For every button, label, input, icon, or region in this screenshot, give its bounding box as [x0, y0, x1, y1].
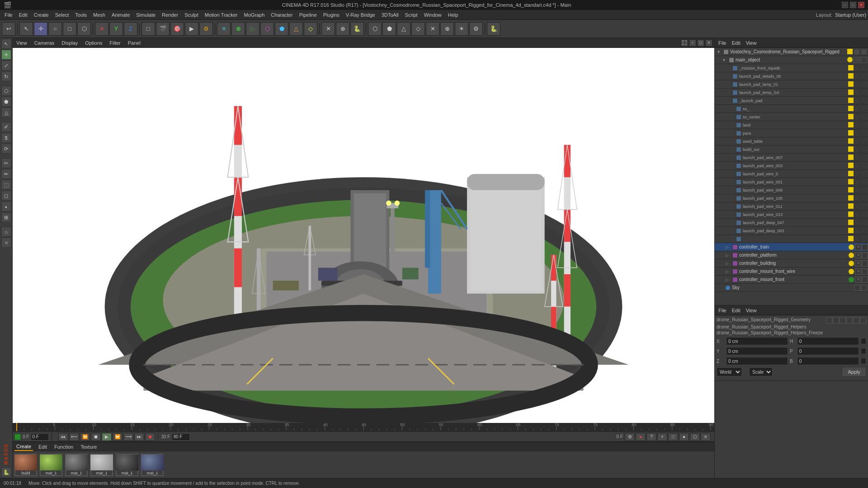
- render-settings-button[interactable]: □: [142, 22, 155, 36]
- menu-animate[interactable]: Animate: [109, 11, 132, 19]
- attr-tab-view[interactable]: View: [744, 307, 759, 314]
- attr-z-input[interactable]: [726, 357, 788, 365]
- menu-plugins[interactable]: Plugins: [321, 11, 342, 19]
- tool9-button[interactable]: 🐍: [487, 22, 500, 36]
- render-button[interactable]: ▶: [185, 22, 198, 36]
- obj-row-ctrl-train[interactable]: ▷ controller_train ⠿: [715, 243, 868, 251]
- camera-button[interactable]: △: [289, 22, 303, 36]
- tool8-button[interactable]: ⚙: [469, 22, 483, 36]
- menu-simulate[interactable]: Simulate: [133, 11, 158, 19]
- left-tool-t11[interactable]: ⬧: [1, 202, 11, 211]
- left-tool-t3[interactable]: △: [1, 108, 11, 117]
- menu-window[interactable]: Window: [421, 11, 444, 19]
- attr-y-input[interactable]: [726, 347, 788, 355]
- generator-button[interactable]: ▷: [246, 22, 259, 36]
- render-all-button[interactable]: ⚙: [199, 22, 213, 36]
- object-manager[interactable]: ▼ Vostochny_Cosmodrome_Russian_Spaceport…: [715, 48, 868, 305]
- viewport-canvas[interactable]: [13, 48, 714, 423]
- material-swatch-mat3[interactable]: mat_1: [90, 454, 113, 476]
- menu-motion-tracker[interactable]: Motion Tracker: [202, 11, 241, 19]
- end-frame-input[interactable]: [172, 433, 190, 441]
- attr-b-input[interactable]: [797, 357, 859, 365]
- go-start-button[interactable]: ⏮: [58, 433, 68, 441]
- apply-button[interactable]: Apply: [842, 367, 866, 377]
- go-end-button[interactable]: ⏭: [134, 433, 144, 441]
- obj-list-item[interactable]: launch_pad_details_05: [715, 72, 868, 80]
- menu-help[interactable]: Help: [445, 11, 461, 19]
- obj-list-item[interactable]: launch_pad_temp_l16: [715, 89, 868, 97]
- motion-btn1[interactable]: ⚙: [625, 433, 635, 441]
- left-tool-t8[interactable]: ✏: [1, 169, 11, 179]
- viewport-display-menu[interactable]: Display: [60, 40, 80, 46]
- obj-list-item[interactable]: ss_center: [715, 113, 868, 121]
- y-button[interactable]: Y: [109, 22, 123, 36]
- mat-tab-function[interactable]: Function: [52, 443, 75, 450]
- obj-list-item[interactable]: land: [715, 121, 868, 129]
- mat-tab-texture[interactable]: Texture: [79, 443, 99, 450]
- viewport-panel-menu[interactable]: Panel: [126, 40, 142, 46]
- mograph-tool-button[interactable]: ⬡: [260, 22, 274, 36]
- viewport-maximize-btn[interactable]: □: [697, 39, 704, 47]
- left-tool-t6[interactable]: ⟳: [1, 144, 11, 154]
- viewport-close-btn[interactable]: ×: [705, 39, 712, 47]
- attr-z-checkbox[interactable]: [861, 358, 866, 364]
- obj-list-item[interactable]: launch_pad_deep_003: [715, 227, 868, 235]
- material-swatch-build[interactable]: build: [14, 454, 37, 476]
- obj-list-item[interactable]: launch_pad_wire_007: [715, 154, 868, 162]
- left-tool-t2[interactable]: ⬟: [1, 97, 11, 107]
- menu-vray-bridge[interactable]: V-Ray Bridge: [343, 11, 378, 19]
- render-region-button[interactable]: 🎬: [156, 22, 170, 36]
- start-frame-input[interactable]: [31, 433, 49, 441]
- tool3-button[interactable]: △: [397, 22, 410, 36]
- tool5-button[interactable]: ✕: [426, 22, 439, 36]
- obj-list-item[interactable]: launch_pad_lamp_01: [715, 80, 868, 89]
- edges-mode-button[interactable]: □: [63, 22, 76, 36]
- poly-mode-button[interactable]: ⬡: [77, 22, 91, 36]
- obj-list-item[interactable]: _launch_pad: [715, 97, 868, 105]
- material-swatch-mat5[interactable]: mat_1: [141, 454, 164, 476]
- cross-button[interactable]: ✕: [95, 22, 108, 36]
- viewport-options-menu[interactable]: Options: [83, 40, 104, 46]
- next-key-button[interactable]: ⟶: [123, 433, 133, 441]
- left-tool-rotate[interactable]: ↻: [1, 71, 11, 81]
- motion-btn2[interactable]: ●: [636, 433, 646, 441]
- left-tool-t9[interactable]: ⬚: [1, 180, 11, 190]
- step-back-button[interactable]: ⏪: [80, 433, 90, 441]
- menu-mesh[interactable]: Mesh: [90, 11, 108, 19]
- obj-list-item[interactable]: launch_pad_deep_047: [715, 219, 868, 227]
- left-tool-t13[interactable]: ⌂: [1, 227, 11, 237]
- menu-script[interactable]: Script: [402, 11, 420, 19]
- viewport-expand-btn[interactable]: ⛶: [681, 39, 688, 47]
- obj-row-ctrl-platform[interactable]: ▷ controller_platform ⠿: [715, 251, 868, 259]
- viewport-filter-menu[interactable]: Filter: [108, 40, 122, 46]
- material-swatch-mat4[interactable]: mat_1: [116, 454, 138, 476]
- material-swatch-mat2[interactable]: mat_1: [65, 454, 88, 476]
- menu-3dtoall[interactable]: 3DToAll: [379, 11, 401, 19]
- obj-list-item[interactable]: launch_pad_wire_011: [715, 202, 868, 211]
- viewport-up-btn[interactable]: ↑: [689, 39, 696, 47]
- light-button[interactable]: ◇: [304, 22, 317, 36]
- left-tool-select[interactable]: ↖: [1, 39, 11, 49]
- attr-x-checkbox[interactable]: [861, 338, 866, 344]
- obj-list-item[interactable]: seed_table: [715, 137, 868, 145]
- attr-tab-edit[interactable]: Edit: [730, 307, 742, 314]
- tool6-button[interactable]: ⊕: [440, 22, 454, 36]
- obj-list-item[interactable]: para: [715, 129, 868, 137]
- menu-pipeline[interactable]: Pipeline: [297, 11, 320, 19]
- maximize-button[interactable]: □: [850, 2, 856, 8]
- particle-button[interactable]: ⬟: [275, 22, 288, 36]
- start-marker[interactable]: [14, 434, 21, 440]
- obj-row-sky[interactable]: Sky: [715, 284, 868, 292]
- obj-tab-file[interactable]: File: [717, 39, 728, 47]
- left-tool-python[interactable]: 🐍: [1, 467, 11, 477]
- attr-tab-file[interactable]: File: [717, 307, 728, 314]
- left-tool-t12[interactable]: ⊞: [1, 212, 11, 222]
- obj-row-ctrl-mount-wire[interactable]: ▷ controller_mount_front_wire ⠿: [715, 267, 868, 276]
- menu-tools[interactable]: Tools: [72, 11, 90, 19]
- menu-render[interactable]: Render: [159, 11, 181, 19]
- coord-mode-select[interactable]: World Object Parent: [717, 367, 742, 376]
- menu-file[interactable]: File: [2, 11, 15, 19]
- menu-edit[interactable]: Edit: [16, 11, 30, 19]
- menu-character[interactable]: Character: [268, 11, 295, 19]
- left-tool-scale[interactable]: ⤢: [1, 61, 11, 70]
